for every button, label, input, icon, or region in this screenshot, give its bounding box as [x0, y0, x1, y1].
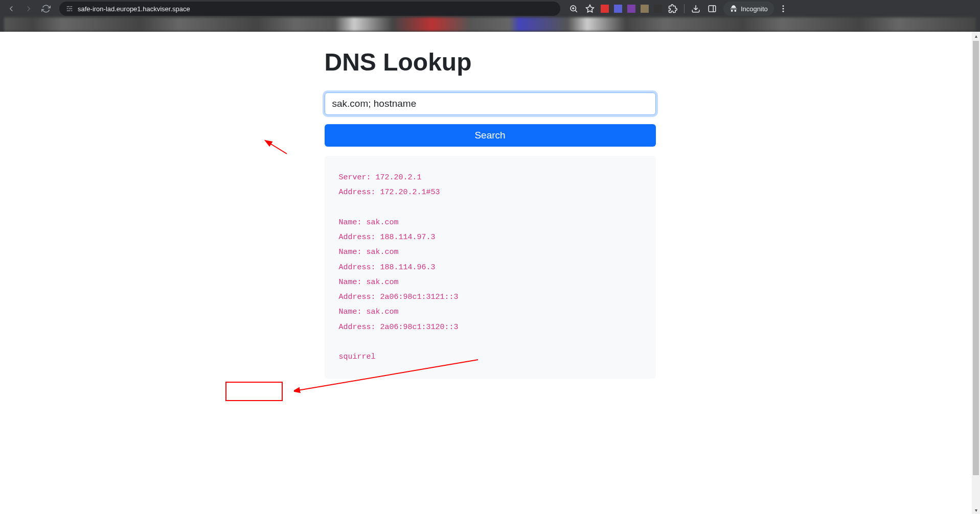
bookmark-star-icon[interactable] [583, 2, 597, 16]
zoom-icon[interactable] [566, 2, 581, 16]
domain-input[interactable] [325, 92, 656, 115]
site-settings-icon[interactable] [65, 5, 74, 13]
incognito-badge[interactable]: Incognito [723, 2, 774, 16]
page-viewport: DNS Lookup Search Server: 172.20.2.1 Add… [0, 32, 980, 514]
bookmarks-blurred [4, 17, 976, 31]
bookmarks-bar [0, 17, 980, 32]
svg-point-11 [782, 11, 784, 12]
svg-rect-5 [71, 10, 73, 11]
side-panel-icon[interactable] [705, 2, 719, 16]
svg-line-12 [269, 143, 287, 154]
page-title: DNS Lookup [325, 48, 656, 76]
extension-icon[interactable] [641, 5, 649, 13]
main-container: DNS Lookup Search Server: 172.20.2.1 Add… [325, 32, 656, 379]
arrow-annotation-input [266, 141, 287, 158]
menu-dots-icon[interactable] [776, 2, 790, 16]
svg-rect-0 [67, 6, 70, 7]
search-button[interactable]: Search [325, 124, 656, 147]
extension-icon[interactable] [654, 5, 662, 13]
url-text: safe-iron-lad.europe1.hackviser.space [78, 5, 554, 13]
scrollbar-thumb[interactable] [973, 41, 979, 475]
extension-icon[interactable] [601, 5, 609, 13]
download-icon[interactable] [689, 2, 703, 16]
highlight-box-squirrel [225, 382, 283, 401]
extension-icon[interactable] [614, 5, 622, 13]
svg-rect-2 [67, 8, 69, 9]
extensions-puzzle-icon[interactable] [666, 2, 680, 16]
reload-button[interactable] [39, 2, 53, 16]
extension-icon[interactable] [627, 5, 635, 13]
svg-point-9 [782, 5, 784, 7]
browser-toolbar: safe-iron-lad.europe1.hackviser.space In… [0, 0, 980, 17]
svg-rect-1 [70, 6, 72, 7]
toolbar-right: Incognito [566, 2, 790, 16]
svg-rect-3 [69, 8, 73, 9]
svg-rect-4 [67, 10, 71, 11]
back-button[interactable] [4, 2, 18, 16]
address-bar[interactable]: safe-iron-lad.europe1.hackviser.space [59, 2, 560, 16]
svg-rect-7 [709, 6, 716, 12]
vertical-scrollbar[interactable]: ▴ ▾ [972, 32, 980, 514]
scroll-up-arrow[interactable]: ▴ [972, 32, 980, 40]
forward-button[interactable] [21, 2, 36, 16]
scroll-down-arrow[interactable]: ▾ [972, 506, 980, 514]
dns-output: Server: 172.20.2.1 Address: 172.20.2.1#5… [325, 156, 656, 379]
incognito-label: Incognito [741, 5, 768, 13]
svg-point-10 [782, 8, 784, 10]
